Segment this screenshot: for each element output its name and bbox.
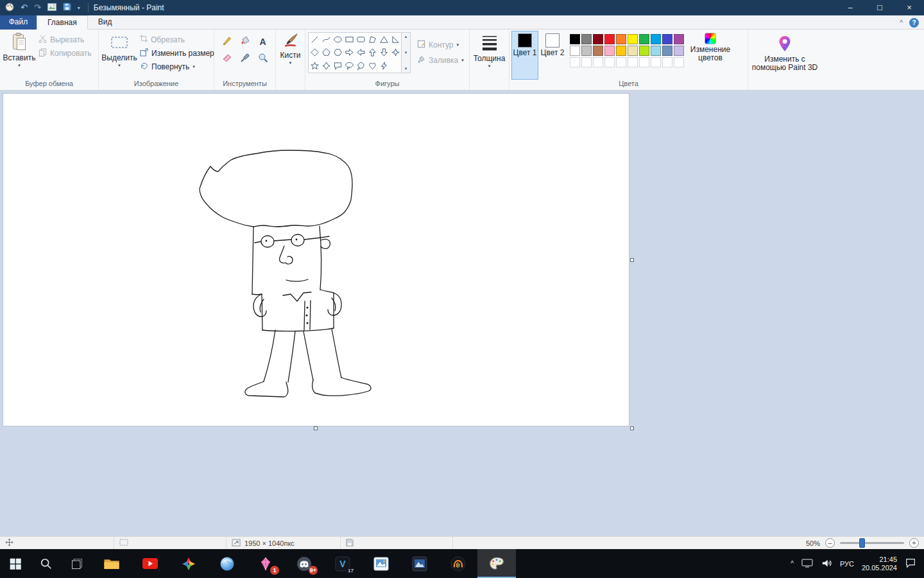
- shape-star4-icon[interactable]: [389, 46, 401, 60]
- shape-fill-button[interactable]: Заливка ▾: [415, 53, 466, 67]
- paste-button[interactable]: Вставить ▾: [3, 31, 36, 79]
- palette-swatch[interactable]: [628, 34, 638, 44]
- text-tool-button[interactable]: A: [255, 34, 271, 49]
- qat-dropdown-icon[interactable]: ▾: [78, 5, 80, 11]
- shapes-scroll-up-icon[interactable]: ▴: [405, 34, 407, 39]
- canvas-resize-handle-right[interactable]: [630, 258, 634, 262]
- pencil-tool-button[interactable]: [219, 34, 235, 49]
- rotate-button[interactable]: Повернуть ▾: [137, 60, 217, 73]
- redo-icon[interactable]: ↷: [34, 0, 41, 15]
- palette-empty-slot[interactable]: [639, 57, 649, 67]
- canvas-resize-handle-bottom[interactable]: [314, 426, 318, 430]
- eyedropper-tool-button[interactable]: [237, 51, 253, 66]
- save-icon[interactable]: [63, 3, 71, 13]
- picture-icon[interactable]: [47, 3, 56, 13]
- eraser-tool-button[interactable]: [219, 51, 235, 66]
- shape-arrow-left-icon[interactable]: [355, 46, 366, 60]
- action-center-icon[interactable]: [905, 557, 916, 570]
- discord-button[interactable]: 9+: [285, 549, 323, 578]
- palette-empty-slot[interactable]: [581, 57, 592, 67]
- palette-swatch[interactable]: [581, 34, 592, 44]
- edit-colors-button[interactable]: Изменение цветов: [689, 31, 732, 79]
- palette-empty-slot[interactable]: [651, 57, 661, 67]
- shape-heart-icon[interactable]: [366, 59, 378, 73]
- palette-swatch[interactable]: [593, 34, 603, 44]
- brushes-button[interactable]: Кисти ▾: [280, 31, 302, 79]
- minimize-button[interactable]: –: [835, 0, 865, 15]
- shape-diamond-icon[interactable]: [309, 46, 320, 60]
- shape-hexagon-icon[interactable]: [332, 46, 343, 60]
- zoom-out-button[interactable]: –: [825, 538, 835, 548]
- pinwheel-app-button[interactable]: [169, 549, 208, 578]
- audacity-button[interactable]: [439, 549, 477, 578]
- palette-empty-slot[interactable]: [662, 57, 672, 67]
- browser-button[interactable]: [208, 549, 246, 578]
- palette-swatch[interactable]: [593, 46, 603, 56]
- shape-arrow-right-icon[interactable]: [343, 46, 355, 60]
- outline-button[interactable]: Контур ▾: [415, 38, 466, 51]
- close-button[interactable]: ×: [894, 0, 924, 15]
- palette-swatch[interactable]: [570, 34, 580, 44]
- clock[interactable]: 21:45 20.05.2024: [862, 556, 897, 572]
- color2-button[interactable]: Цвет 2: [540, 31, 565, 79]
- shape-star6-icon[interactable]: [320, 59, 332, 73]
- tab-home[interactable]: Главная: [37, 15, 88, 30]
- shape-curve-icon[interactable]: [320, 33, 332, 46]
- canvas-resize-handle-corner[interactable]: [630, 426, 634, 430]
- palette-swatch[interactable]: [662, 34, 672, 44]
- shape-arrow-down-icon[interactable]: [378, 46, 389, 60]
- palette-swatch[interactable]: [604, 46, 615, 56]
- shape-rounded-rectangle-icon[interactable]: [355, 33, 366, 46]
- undo-icon[interactable]: ↶: [21, 0, 28, 15]
- collapse-ribbon-icon[interactable]: ^: [900, 19, 903, 26]
- paint3d-button[interactable]: Изменить с помощью Paint 3D: [751, 31, 819, 79]
- task-view-button[interactable]: [62, 549, 92, 578]
- volume-tray-icon[interactable]: [821, 558, 832, 570]
- palette-swatch[interactable]: [581, 46, 592, 56]
- shapes-more-icon[interactable]: ▾: [405, 66, 407, 71]
- fill-tool-button[interactable]: [237, 34, 253, 49]
- select-button[interactable]: Выделить ▾: [101, 31, 137, 79]
- shape-triangle-icon[interactable]: [378, 33, 389, 46]
- gem-app-button[interactable]: 1: [246, 549, 285, 578]
- palette-empty-slot[interactable]: [593, 57, 603, 67]
- zoom-slider-thumb[interactable]: [859, 538, 865, 548]
- shape-rounded-callout-icon[interactable]: [332, 59, 343, 73]
- palette-swatch[interactable]: [651, 34, 661, 44]
- palette-swatch[interactable]: [674, 46, 684, 56]
- tray-expand-icon[interactable]: ^: [791, 560, 794, 567]
- palette-empty-slot[interactable]: [604, 57, 615, 67]
- palette-swatch[interactable]: [639, 46, 649, 56]
- file-explorer-button[interactable]: [92, 549, 131, 578]
- shape-oval-icon[interactable]: [332, 33, 343, 46]
- photos-app-button[interactable]: [362, 549, 400, 578]
- shape-oval-callout-icon[interactable]: [343, 59, 355, 73]
- shape-cloud-callout-icon[interactable]: [355, 59, 366, 73]
- maximize-button[interactable]: □: [865, 0, 894, 15]
- palette-empty-slot[interactable]: [616, 57, 626, 67]
- shape-line-icon[interactable]: [309, 33, 320, 46]
- copy-button[interactable]: Копировать: [36, 46, 94, 60]
- tab-view[interactable]: Вид: [88, 15, 123, 30]
- color1-button[interactable]: Цвет 1: [512, 31, 538, 79]
- shapes-scroll-down-icon[interactable]: ▾: [405, 50, 407, 55]
- zoom-in-button[interactable]: +: [909, 538, 919, 548]
- crop-button[interactable]: Обрезать: [137, 33, 217, 46]
- language-indicator[interactable]: РУС: [840, 560, 854, 568]
- magnifier-tool-button[interactable]: [255, 51, 271, 66]
- palette-empty-slot[interactable]: [570, 57, 580, 67]
- resize-button[interactable]: Изменить размер: [137, 46, 217, 60]
- shape-right-triangle-icon[interactable]: [389, 33, 401, 46]
- canvas[interactable]: [3, 94, 629, 426]
- palette-swatch[interactable]: [570, 46, 580, 56]
- shape-lightning-icon[interactable]: [378, 59, 389, 73]
- cut-button[interactable]: Вырезать: [36, 33, 94, 46]
- palette-empty-slot[interactable]: [674, 57, 684, 67]
- shape-star5-icon[interactable]: [309, 59, 320, 73]
- start-button[interactable]: [0, 549, 31, 578]
- image-editor-button[interactable]: [400, 549, 439, 578]
- palette-swatch[interactable]: [616, 46, 626, 56]
- palette-swatch[interactable]: [639, 34, 649, 44]
- palette-empty-slot[interactable]: [628, 57, 638, 67]
- palette-swatch[interactable]: [604, 34, 615, 44]
